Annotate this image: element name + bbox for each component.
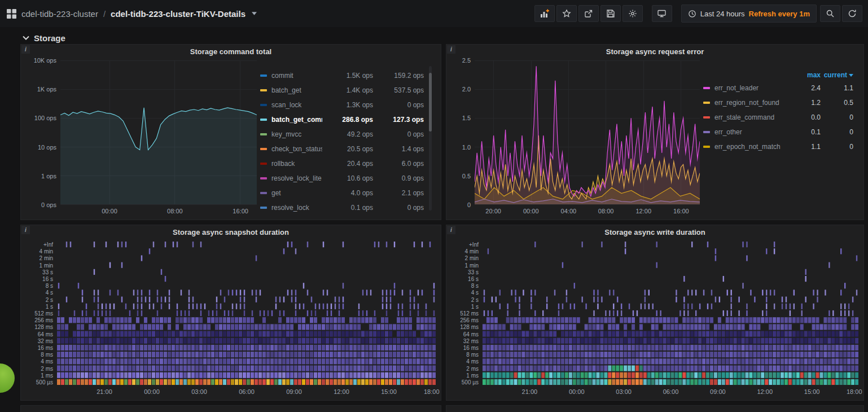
panel-info-icon[interactable]: i	[21, 226, 30, 234]
y-axis-label: 4 ms	[41, 358, 53, 365]
y-axis-label: 16 s	[42, 276, 53, 282]
dashboard-dropdown-caret-icon[interactable]	[252, 12, 257, 15]
series-value-v2: 127.3 ops	[373, 116, 424, 124]
breadcrumb-separator: /	[103, 9, 106, 19]
storage-async-request-error-chart[interactable]	[475, 60, 700, 205]
y-axis-label: +Inf	[469, 242, 479, 248]
share-button[interactable]	[578, 5, 599, 22]
legend-item-resolve_lock_lite[interactable]: resolve_lock_lite10.6 ops0.9 ops	[260, 171, 424, 186]
series-value-v1: 20.4 ops	[322, 160, 373, 168]
dashboards-grid-icon[interactable]	[7, 9, 16, 19]
y-axis-label: 8 ms	[466, 352, 479, 358]
time-picker[interactable]: Last 24 hours Refresh every 1m	[681, 5, 817, 23]
legend-item-err_other[interactable]: err_other0.10	[703, 125, 853, 139]
y-axis-label: 4 s	[471, 290, 479, 296]
row-header-storage[interactable]: Storage	[0, 27, 868, 44]
legend-item-err_stale_command[interactable]: err_stale_command0.00	[703, 110, 853, 125]
series-value-v1: 1.5K ops	[322, 72, 373, 80]
x-axis: 21:0000:0003:0006:0009:0012:0015:0018:00	[57, 385, 436, 398]
panel-title[interactable]: Storage async write duration	[446, 225, 863, 240]
y-axis-label: 100 ops	[34, 115, 56, 121]
clock-icon	[688, 10, 696, 18]
y-axis-label: 128 ms	[34, 324, 53, 330]
x-axis-label: 15:00	[381, 388, 397, 395]
series-color-swatch	[703, 87, 710, 89]
breadcrumb-dashboard-title[interactable]: cdel-tidb-223-cluster-TiKV-Details	[111, 9, 246, 19]
legend-item-err_not_leader[interactable]: err_not_leader2.41.1	[703, 81, 853, 95]
panel-info-icon[interactable]: i	[447, 45, 455, 54]
legend-item-err_region_not_found[interactable]: err_region_not_found1.20.5	[703, 95, 853, 110]
series-value-max: 2.4	[788, 84, 821, 92]
panel-info-icon[interactable]: i	[21, 45, 30, 54]
y-axis-label: 33 s	[468, 269, 479, 275]
series-value-v2: 0 ops	[373, 204, 424, 212]
legend: maxcurrent err_not_leader2.41.1err_regio…	[700, 60, 859, 217]
add-panel-button[interactable]	[534, 5, 555, 22]
y-axis-label: 2 ms	[466, 365, 479, 371]
series-value-v1: 4.0 ops	[322, 189, 373, 197]
legend-sort-header-max[interactable]: max	[788, 71, 821, 79]
x-axis-label: 21:00	[97, 388, 112, 395]
y-axis-label: 500 µs	[462, 379, 479, 385]
storage-async-snapshot-duration-heatmap[interactable]	[57, 241, 436, 385]
breadcrumb-folder[interactable]: cdel-tidb-223-cluster	[21, 9, 98, 19]
legend-item-resolve_lock[interactable]: resolve_lock0.1 ops0 ops	[260, 200, 424, 215]
navbar: cdel-tidb-223-cluster / cdel-tidb-223-cl…	[0, 0, 868, 27]
series-name: resolve_lock_lite	[271, 174, 322, 182]
series-value-v2: 0.9 ops	[373, 174, 424, 182]
storage-command-total-chart[interactable]	[60, 60, 257, 205]
legend-item-key_mvcc[interactable]: key_mvcc49.2 ops0 ops	[260, 127, 424, 142]
settings-button[interactable]	[622, 5, 643, 22]
series-value-v2: 6.0 ops	[373, 160, 424, 168]
y-axis: 10K ops1K ops100 ops10 ops1 ops0 ops	[25, 60, 60, 205]
x-axis-label: 06:00	[239, 388, 255, 395]
series-value-v2: 2.1 ops	[373, 189, 424, 197]
legend-item-err_epoch_not_match[interactable]: err_epoch_not_match1.10	[703, 139, 853, 154]
legend-item-rollback[interactable]: rollback20.4 ops6.0 ops	[260, 156, 424, 171]
series-name: err_epoch_not_match	[714, 143, 788, 151]
panel-info-icon[interactable]: i	[447, 226, 455, 234]
x-axis: 21:0000:0003:0006:0009:0012:0015:0018:00	[483, 385, 859, 398]
legend-item-check_txn_status[interactable]: check_txn_status20.5 ops1.4 ops	[260, 142, 424, 156]
series-value-current: 0	[821, 143, 853, 151]
y-axis-label: 0	[467, 201, 471, 208]
x-axis-label: 18:00	[424, 388, 440, 395]
x-axis-label: 00:00	[569, 388, 585, 395]
y-axis-label: 4 ms	[466, 358, 479, 365]
legend-item-get[interactable]: get4.0 ops2.1 ops	[260, 186, 424, 200]
time-zoom-out-button[interactable]	[820, 5, 840, 22]
series-value-v2: 1.4 ops	[373, 145, 424, 153]
help-bubble[interactable]	[0, 363, 15, 393]
legend-item-scan_lock[interactable]: scan_lock1.3K ops0 ops	[260, 98, 424, 112]
legend-item-batch_get_command[interactable]: batch_get_command286.8 ops127.3 ops	[260, 112, 424, 127]
series-value-v2: 537.5 ops	[373, 86, 424, 94]
panel-storage-async-request-error: i Storage async request error 2.52.01.51…	[446, 44, 864, 220]
legend-scrollbar-thumb[interactable]	[429, 73, 432, 132]
refresh-interval-label: Refresh every 1m	[749, 10, 810, 18]
panel-title[interactable]: Storage async request error	[446, 45, 863, 59]
series-name: err_region_not_found	[714, 99, 788, 107]
storage-async-write-duration-heatmap[interactable]	[483, 241, 859, 385]
legend-sort-header-current[interactable]: current	[821, 71, 853, 79]
panel-title[interactable]: Storage async snapshot duration	[21, 225, 441, 240]
y-axis-label: 1 ms	[41, 372, 53, 378]
star-button[interactable]	[556, 5, 577, 22]
series-value-v1: 286.8 ops	[322, 116, 373, 124]
y-axis-label: 2.0	[462, 86, 471, 93]
legend-item-batch_get[interactable]: batch_get1.4K ops537.5 ops	[260, 83, 424, 98]
y-axis-label: 32 ms	[463, 338, 479, 344]
x-axis-label: 16:00	[233, 208, 248, 214]
y-axis-label: 128 ms	[460, 324, 479, 330]
cycle-view-button[interactable]	[652, 5, 672, 22]
legend-item-commit[interactable]: commit1.5K ops159.2 ops	[260, 68, 424, 83]
series-value-v1: 0.1 ops	[322, 204, 373, 212]
series-value-max: 1.2	[788, 99, 821, 107]
y-axis-label: 1 min	[465, 262, 479, 268]
x-axis-label: 08:00	[598, 208, 614, 214]
y-axis-label: 2 s	[46, 296, 53, 303]
legend-header: maxcurrent	[703, 69, 853, 81]
x-axis-label: 15:00	[804, 388, 820, 395]
refresh-button[interactable]	[842, 5, 862, 22]
save-button[interactable]	[600, 5, 621, 22]
panel-title[interactable]: Storage command total	[21, 45, 441, 59]
